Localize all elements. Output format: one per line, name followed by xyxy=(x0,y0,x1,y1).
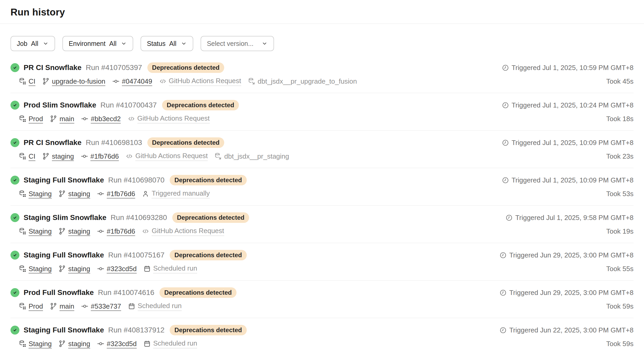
run-duration: Took 18s xyxy=(606,115,634,123)
run-duration: Took 59s xyxy=(606,340,634,348)
job-filter-dropdown[interactable]: Job All xyxy=(10,36,55,51)
deprecations-badge: Deprecations detected xyxy=(172,212,249,223)
run-row[interactable]: PR CI Snowflake Run #410698103 Deprecati… xyxy=(10,131,634,168)
check-icon xyxy=(12,178,18,183)
code-icon xyxy=(159,78,167,85)
branch-link[interactable]: staging xyxy=(68,340,90,348)
version-select-placeholder: Select version... xyxy=(207,40,254,47)
git-branch-icon xyxy=(42,78,50,85)
environment-link[interactable]: Staging xyxy=(29,190,52,198)
run-success-icon xyxy=(10,326,19,335)
trigger-item: GitHub Actions Request xyxy=(128,114,210,123)
trigger-item: Triggered manually xyxy=(142,189,210,198)
run-number: Run #410700437 xyxy=(100,101,157,109)
commit-link[interactable]: #533e737 xyxy=(91,302,121,310)
commit-item: #323cd5d xyxy=(97,265,137,273)
branch-link[interactable]: staging xyxy=(68,190,90,198)
branch-item: staging xyxy=(58,265,90,273)
commit-link[interactable]: #bb3ecd2 xyxy=(91,115,121,123)
run-row[interactable]: Prod Slim Snowflake Run #410700437 Depre… xyxy=(10,93,634,131)
run-row[interactable]: PR CI Snowflake Run #410705397 Deprecati… xyxy=(10,51,634,93)
commit-item: #1fb76d6 xyxy=(97,190,135,198)
branch-item: main xyxy=(50,115,74,123)
branch-link[interactable]: upgrade-to-fusion xyxy=(52,77,105,85)
environment-link[interactable]: Staging xyxy=(29,340,52,348)
deprecations-badge: Deprecations detected xyxy=(147,137,224,148)
job-name-link[interactable]: PR CI Snowflake xyxy=(24,63,82,72)
run-success-icon xyxy=(10,63,19,72)
commit-link[interactable]: #1fb76d6 xyxy=(107,190,135,198)
commit-item: #0474049 xyxy=(112,77,152,85)
environment-link[interactable]: CI xyxy=(29,77,35,85)
commit-link[interactable]: #1fb76d6 xyxy=(107,227,135,235)
commit-link[interactable]: #323cd5d xyxy=(107,265,137,273)
job-name-link[interactable]: PR CI Snowflake xyxy=(24,138,82,147)
git-branch-icon xyxy=(58,340,66,347)
check-icon xyxy=(12,65,18,70)
commit-link[interactable]: #323cd5d xyxy=(107,340,137,348)
job-name-link[interactable]: Prod Slim Snowflake xyxy=(24,101,96,109)
environment-link[interactable]: Prod xyxy=(29,302,43,310)
branch-link[interactable]: staging xyxy=(68,227,90,235)
version-select-dropdown[interactable]: Select version... xyxy=(201,36,274,51)
job-filter-value: All xyxy=(31,40,38,47)
environment-link[interactable]: CI xyxy=(29,152,35,160)
environment-link[interactable]: Staging xyxy=(29,265,52,273)
trigger-label: Triggered manually xyxy=(152,189,210,198)
environment-link[interactable]: Prod xyxy=(29,115,43,123)
commit-link[interactable]: #1fb76d6 xyxy=(90,152,119,160)
job-name-link[interactable]: Staging Slim Snowflake xyxy=(24,213,106,222)
environment-icon xyxy=(19,115,26,122)
branch-link[interactable]: staging xyxy=(68,265,90,273)
code-icon xyxy=(128,115,135,122)
branch-item: upgrade-to-fusion xyxy=(42,77,105,85)
branch-item: staging xyxy=(42,152,74,160)
run-row[interactable]: Prod Full Snowflake Run #410074616 Depre… xyxy=(10,281,634,318)
branch-item: main xyxy=(50,302,74,310)
environment-icon xyxy=(19,228,26,235)
commit-link[interactable]: #0474049 xyxy=(122,77,152,85)
status-filter-dropdown[interactable]: Status All xyxy=(141,36,193,51)
run-row[interactable]: Staging Full Snowflake Run #410075167 De… xyxy=(10,243,634,281)
git-commit-icon xyxy=(97,265,104,272)
check-icon xyxy=(12,140,18,145)
job-name-link[interactable]: Staging Full Snowflake xyxy=(24,326,104,334)
run-success-icon xyxy=(10,101,19,110)
environment-icon xyxy=(19,78,26,85)
branch-link[interactable]: main xyxy=(60,115,74,123)
branch-item: staging xyxy=(58,227,90,235)
schema-item: dbt_jsdx__pr_staging xyxy=(214,152,289,160)
run-row[interactable]: Staging Full Snowflake Run #408137912 De… xyxy=(10,318,634,355)
page-header: Run history xyxy=(0,0,644,24)
clock-icon xyxy=(502,102,509,109)
triggered-timestamp: Triggered Jul 1, 2025, 10:24 PM GMT+8 xyxy=(512,101,634,109)
run-row[interactable]: Staging Full Snowflake Run #410698070 De… xyxy=(10,168,634,206)
run-duration: Took 19s xyxy=(606,227,634,235)
clock-icon xyxy=(502,177,509,184)
clock-icon xyxy=(500,327,507,334)
environment-filter-dropdown[interactable]: Environment All xyxy=(62,36,133,51)
calendar-icon xyxy=(143,340,151,347)
triggered-timestamp: Triggered Jun 29, 2025, 3:00 PM GMT+8 xyxy=(509,289,634,297)
run-row[interactable]: Staging Slim Snowflake Run #410693280 De… xyxy=(10,206,634,243)
job-name-link[interactable]: Prod Full Snowflake xyxy=(24,288,94,297)
job-name-link[interactable]: Staging Full Snowflake xyxy=(24,176,104,184)
database-arrow-icon xyxy=(214,153,222,160)
environment-filter-value: All xyxy=(109,40,116,47)
branch-link[interactable]: staging xyxy=(52,152,74,160)
git-branch-icon xyxy=(50,303,57,310)
job-name-link[interactable]: Staging Full Snowflake xyxy=(24,251,104,259)
database-arrow-icon xyxy=(248,78,255,85)
filter-bar: Job All Environment All Status All Selec… xyxy=(0,24,644,51)
environment-link[interactable]: Staging xyxy=(29,227,52,235)
triggered-timestamp: Triggered Jul 1, 2025, 10:09 PM GMT+8 xyxy=(512,176,634,184)
run-success-icon xyxy=(10,213,19,222)
triggered-timestamp: Triggered Jul 1, 2025, 10:09 PM GMT+8 xyxy=(512,139,634,147)
schema-name: dbt_jsdx__pr_upgrade_to_fusion xyxy=(258,77,357,85)
branch-link[interactable]: main xyxy=(60,302,74,310)
page-title: Run history xyxy=(10,7,634,18)
environment-item: Prod xyxy=(19,115,43,123)
run-number: Run #410074616 xyxy=(98,288,154,297)
person-icon xyxy=(142,190,149,197)
commit-item: #323cd5d xyxy=(97,340,137,348)
